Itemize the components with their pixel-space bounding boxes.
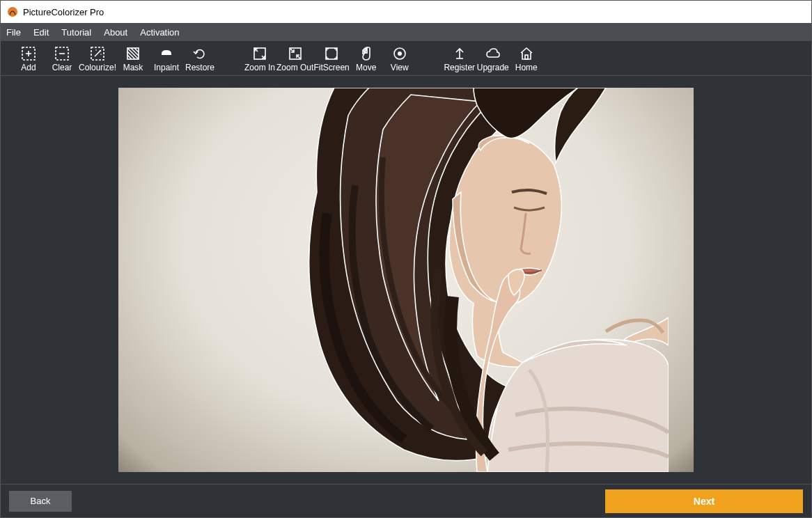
tool-move[interactable]: Move (350, 41, 383, 76)
tool-label: FitScreen (313, 63, 349, 72)
tool-label: Inpaint (154, 63, 179, 72)
tool-label: Zoom In (244, 63, 275, 72)
fit-screen-icon (323, 45, 340, 63)
tool-label: Mask (123, 63, 143, 72)
mask-icon (125, 45, 141, 63)
tool-home[interactable]: Home (510, 41, 543, 76)
svg-point-12 (100, 49, 101, 51)
window-minimize-button[interactable] (712, 1, 744, 23)
hand-icon (358, 45, 375, 63)
svg-rect-28 (525, 55, 528, 59)
canvas-area (1, 76, 811, 484)
zoom-out-icon (287, 45, 304, 63)
menu-about[interactable]: About (104, 27, 127, 38)
window-close-button[interactable] (776, 1, 809, 23)
svg-point-14 (100, 54, 102, 55)
svg-point-25 (398, 52, 402, 56)
tool-label: Zoom Out (276, 63, 313, 72)
back-button[interactable]: Back (9, 491, 72, 512)
tool-label: Colourize! (79, 63, 116, 72)
tool-add[interactable]: Add (12, 41, 45, 76)
undo-icon (192, 45, 208, 63)
bottombar: Back Next (1, 484, 811, 517)
tool-label: Upgrade (477, 63, 509, 72)
tool-label: Add (21, 63, 36, 72)
clear-icon (54, 45, 70, 63)
tool-zoom-in[interactable]: Zoom In (243, 41, 276, 76)
tool-clear[interactable]: Clear (45, 41, 79, 76)
tool-zoom-out[interactable]: Zoom Out (276, 41, 313, 76)
image-canvas[interactable] (118, 88, 694, 472)
tool-fit-screen[interactable]: FitScreen (313, 41, 349, 76)
home-icon (518, 45, 535, 63)
tool-restore[interactable]: Restore (183, 41, 217, 76)
menu-activation[interactable]: Activation (140, 27, 179, 38)
svg-line-21 (290, 49, 293, 52)
svg-rect-16 (162, 55, 171, 57)
window-title: PictureColorizer Pro (23, 7, 104, 17)
menubar: File Edit Tutorial About Activation (1, 23, 811, 41)
tool-upgrade[interactable]: Upgrade (476, 41, 510, 76)
tool-label: Register (444, 63, 475, 72)
titlebar: PictureColorizer Pro (1, 1, 811, 23)
svg-rect-23 (326, 48, 337, 59)
tool-label: Home (515, 63, 538, 72)
tool-mask[interactable]: Mask (116, 41, 150, 76)
tool-colourize[interactable]: Colourize! (79, 41, 116, 76)
tool-register[interactable]: Register (443, 41, 476, 76)
tool-label: Clear (52, 63, 72, 72)
menu-edit[interactable]: Edit (33, 27, 49, 38)
svg-line-22 (297, 56, 300, 58)
menu-tutorial[interactable]: Tutorial (61, 27, 91, 38)
menu-file[interactable]: File (6, 27, 21, 38)
tool-label: Move (356, 63, 376, 72)
cloud-icon (485, 45, 501, 63)
app-icon (6, 6, 19, 18)
toolbar: Add Clear Colourize! Mask Inpaint Restor… (1, 41, 811, 76)
inpaint-icon (158, 45, 175, 63)
magic-wand-icon (89, 45, 106, 63)
tool-label: View (391, 63, 409, 72)
eye-icon (391, 45, 408, 63)
tool-inpaint[interactable]: Inpaint (150, 41, 183, 76)
svg-rect-2 (758, 9, 763, 15)
zoom-in-icon (251, 45, 268, 63)
svg-point-13 (95, 49, 97, 51)
add-icon (20, 45, 37, 63)
tool-label: Restore (185, 63, 214, 72)
upload-arrow-icon (451, 45, 468, 63)
next-button[interactable]: Next (605, 489, 803, 513)
svg-point-0 (8, 7, 17, 17)
tool-view[interactable]: View (383, 41, 416, 76)
svg-line-11 (95, 51, 100, 56)
photo-subject (279, 88, 669, 472)
window-maximize-button[interactable] (744, 1, 776, 23)
